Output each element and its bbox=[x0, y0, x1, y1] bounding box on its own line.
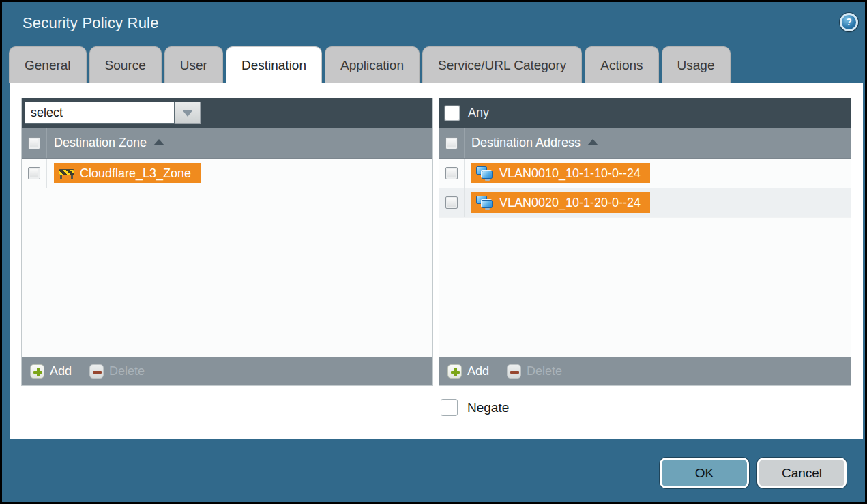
address-row-checkbox[interactable] bbox=[445, 196, 458, 209]
address-column-header: Destination Address bbox=[439, 128, 851, 159]
zone-column-title: Destination Zone bbox=[54, 136, 147, 150]
table-row: VLAN0010_10-1-10-0--24 bbox=[439, 159, 851, 188]
zone-icon bbox=[59, 168, 74, 179]
address-item-label: VLAN0020_10-1-20-0--24 bbox=[499, 196, 641, 210]
address-list: VLAN0010_10-1-10-0--24 VLAN0020_10-1-2 bbox=[439, 159, 851, 357]
address-any-bar: Any bbox=[439, 98, 851, 128]
destination-tab-content: Destination Zone Cloudflare_L3_Zone bbox=[10, 83, 863, 439]
minus-icon bbox=[89, 364, 104, 379]
address-icon bbox=[476, 196, 494, 210]
destination-zone-panel: Destination Zone Cloudflare_L3_Zone bbox=[21, 98, 433, 386]
table-row: Cloudflare_L3_Zone bbox=[22, 159, 432, 188]
zone-delete-button[interactable]: Delete bbox=[89, 364, 145, 379]
cancel-button[interactable]: Cancel bbox=[757, 458, 847, 488]
address-delete-button[interactable]: Delete bbox=[507, 364, 562, 379]
tab-application[interactable]: Application bbox=[325, 46, 420, 83]
address-item-vlan0010[interactable]: VLAN0010_10-1-10-0--24 bbox=[471, 163, 650, 183]
tab-usage[interactable]: Usage bbox=[662, 46, 731, 83]
address-item-vlan0020[interactable]: VLAN0020_10-1-20-0--24 bbox=[471, 192, 650, 213]
address-add-label: Add bbox=[467, 364, 489, 379]
negate-checkbox[interactable] bbox=[441, 399, 458, 416]
address-add-button[interactable]: Add bbox=[447, 364, 489, 379]
address-column-title: Destination Address bbox=[471, 136, 581, 150]
tab-actions[interactable]: Actions bbox=[585, 46, 658, 83]
zone-add-button[interactable]: Add bbox=[30, 364, 72, 379]
zone-select-all-cell bbox=[22, 128, 47, 158]
tab-destination[interactable]: Destination bbox=[226, 46, 322, 83]
table-row: VLAN0020_10-1-20-0--24 bbox=[439, 188, 851, 218]
tab-user[interactable]: User bbox=[164, 46, 223, 83]
address-delete-label: Delete bbox=[527, 364, 562, 379]
tab-service-url-category[interactable]: Service/URL Category bbox=[422, 46, 582, 83]
zone-toolbar: Add Delete bbox=[22, 357, 432, 385]
zone-item-label: Cloudflare_L3_Zone bbox=[80, 166, 191, 181]
zone-row-checkbox[interactable] bbox=[28, 167, 40, 179]
address-item-label: VLAN0010_10-1-10-0--24 bbox=[499, 166, 641, 181]
any-checkbox[interactable] bbox=[445, 106, 460, 121]
ok-button[interactable]: OK bbox=[660, 458, 749, 488]
destination-address-panel: Any Destination Address bbox=[439, 98, 851, 386]
sort-ascending-icon[interactable] bbox=[153, 139, 164, 145]
zone-add-label: Add bbox=[50, 364, 72, 379]
zone-item-cloudflare-l3-zone[interactable]: Cloudflare_L3_Zone bbox=[54, 163, 201, 183]
minus-icon bbox=[507, 364, 521, 379]
tab-source[interactable]: Source bbox=[89, 46, 162, 83]
zone-filter-bar bbox=[22, 98, 432, 128]
zone-column-header: Destination Zone bbox=[22, 128, 432, 159]
address-row-checkbox[interactable] bbox=[445, 167, 458, 179]
zone-filter-dropdown-button[interactable] bbox=[175, 102, 201, 124]
sort-ascending-icon[interactable] bbox=[587, 139, 598, 145]
zone-select-all-checkbox[interactable] bbox=[28, 137, 40, 149]
negate-option: Negate bbox=[441, 399, 509, 416]
address-select-all-checkbox[interactable] bbox=[445, 137, 458, 149]
chevron-down-icon bbox=[182, 110, 193, 117]
plus-icon bbox=[30, 364, 44, 379]
address-toolbar: Add Delete bbox=[439, 357, 851, 385]
negate-label: Negate bbox=[467, 400, 509, 415]
dialog-title: Security Policy Rule bbox=[23, 14, 159, 32]
help-icon[interactable]: ? bbox=[840, 13, 858, 31]
zone-filter-input[interactable] bbox=[25, 102, 175, 124]
any-label: Any bbox=[468, 106, 489, 120]
plus-icon bbox=[447, 364, 462, 379]
address-select-all-cell bbox=[439, 128, 465, 158]
security-policy-rule-dialog: Security Policy Rule ? General Source Us… bbox=[0, 0, 867, 504]
tab-general[interactable]: General bbox=[9, 46, 87, 83]
address-icon bbox=[476, 166, 494, 181]
zone-delete-label: Delete bbox=[109, 364, 145, 379]
zone-list: Cloudflare_L3_Zone bbox=[22, 159, 432, 357]
tab-bar: General Source User Destination Applicat… bbox=[9, 46, 731, 83]
